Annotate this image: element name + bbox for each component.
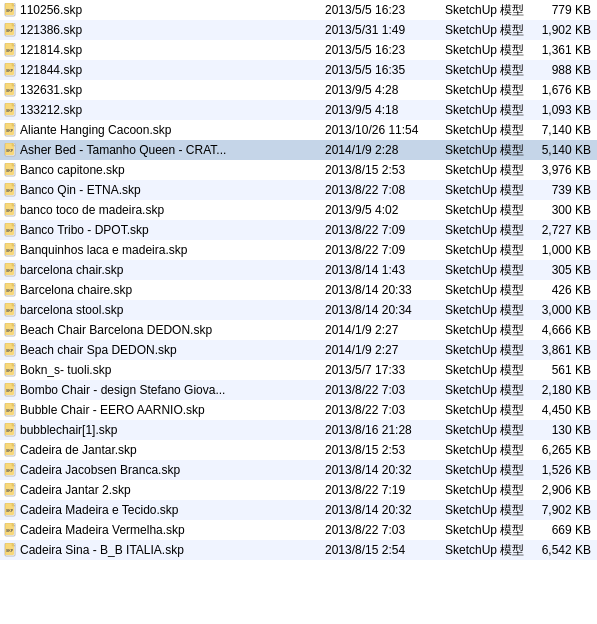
file-date: 2013/9/5 4:28 bbox=[325, 83, 445, 97]
file-date: 2013/8/22 7:19 bbox=[325, 483, 445, 497]
table-row[interactable]: SKP Cadeira de Jantar.skp2013/8/15 2:53S… bbox=[0, 440, 597, 460]
file-size: 779 KB bbox=[530, 3, 595, 17]
file-size: 4,666 KB bbox=[530, 323, 595, 337]
file-size: 2,727 KB bbox=[530, 223, 595, 237]
file-icon: SKP bbox=[2, 363, 20, 377]
table-row[interactable]: SKP Banco capitone.skp2013/8/15 2:53Sket… bbox=[0, 160, 597, 180]
file-name: barcelona stool.skp bbox=[20, 303, 325, 317]
svg-text:SKP: SKP bbox=[6, 189, 14, 193]
file-name: Banco Tribo - DPOT.skp bbox=[20, 223, 325, 237]
table-row[interactable]: SKP 121386.skp2013/5/31 1:49SketchUp 模型1… bbox=[0, 20, 597, 40]
svg-text:SKP: SKP bbox=[6, 109, 14, 113]
file-date: 2014/1/9 2:27 bbox=[325, 343, 445, 357]
file-icon: SKP bbox=[2, 543, 20, 557]
svg-text:SKP: SKP bbox=[6, 209, 14, 213]
table-row[interactable]: SKP Bokn_s- tuoli.skp2013/5/7 17:33Sketc… bbox=[0, 360, 597, 380]
table-row[interactable]: SKP Beach chair Spa DEDON.skp2014/1/9 2:… bbox=[0, 340, 597, 360]
file-date: 2013/8/15 2:53 bbox=[325, 443, 445, 457]
file-date: 2013/5/5 16:35 bbox=[325, 63, 445, 77]
table-row[interactable]: SKP bubblechair[1].skp2013/8/16 21:28Ske… bbox=[0, 420, 597, 440]
file-type: SketchUp 模型 bbox=[445, 282, 530, 299]
table-row[interactable]: SKP Banquinhos laca e madeira.skp2013/8/… bbox=[0, 240, 597, 260]
file-type: SketchUp 模型 bbox=[445, 462, 530, 479]
file-icon: SKP bbox=[2, 23, 20, 37]
file-name: 121814.skp bbox=[20, 43, 325, 57]
file-size: 988 KB bbox=[530, 63, 595, 77]
file-type: SketchUp 模型 bbox=[445, 2, 530, 19]
table-row[interactable]: SKP 121814.skp2013/5/5 16:23SketchUp 模型1… bbox=[0, 40, 597, 60]
table-row[interactable]: SKP Cadeira Jantar 2.skp2013/8/22 7:19Sk… bbox=[0, 480, 597, 500]
table-row[interactable]: SKP Bombo Chair - design Stefano Giova..… bbox=[0, 380, 597, 400]
svg-text:SKP: SKP bbox=[6, 349, 14, 353]
table-row[interactable]: SKP 110256.skp2013/5/5 16:23SketchUp 模型7… bbox=[0, 0, 597, 20]
table-row[interactable]: SKP Cadeira Madeira e Tecido.skp2013/8/1… bbox=[0, 500, 597, 520]
table-row[interactable]: SKP Cadeira Madeira Vermelha.skp2013/8/2… bbox=[0, 520, 597, 540]
file-name: Banco capitone.skp bbox=[20, 163, 325, 177]
file-date: 2013/8/22 7:03 bbox=[325, 403, 445, 417]
file-icon: SKP bbox=[2, 223, 20, 237]
file-name: Cadeira Jacobsen Branca.skp bbox=[20, 463, 325, 477]
file-size: 4,450 KB bbox=[530, 403, 595, 417]
table-row[interactable]: SKP barcelona stool.skp2013/8/14 20:34Sk… bbox=[0, 300, 597, 320]
file-list: SKP 110256.skp2013/5/5 16:23SketchUp 模型7… bbox=[0, 0, 597, 560]
file-size: 2,906 KB bbox=[530, 483, 595, 497]
file-date: 2013/8/15 2:53 bbox=[325, 163, 445, 177]
file-type: SketchUp 模型 bbox=[445, 242, 530, 259]
file-icon: SKP bbox=[2, 303, 20, 317]
svg-text:SKP: SKP bbox=[6, 409, 14, 413]
file-name: Bokn_s- tuoli.skp bbox=[20, 363, 325, 377]
file-name: Beach chair Spa DEDON.skp bbox=[20, 343, 325, 357]
file-icon: SKP bbox=[2, 163, 20, 177]
file-name: Bombo Chair - design Stefano Giova... bbox=[20, 383, 325, 397]
file-date: 2013/5/7 17:33 bbox=[325, 363, 445, 377]
svg-text:SKP: SKP bbox=[6, 489, 14, 493]
table-row[interactable]: SKP barcelona chair.skp2013/8/14 1:43Ske… bbox=[0, 260, 597, 280]
table-row[interactable]: SKP 133212.skp2013/9/5 4:18SketchUp 模型1,… bbox=[0, 100, 597, 120]
svg-text:SKP: SKP bbox=[6, 509, 14, 513]
file-date: 2013/5/31 1:49 bbox=[325, 23, 445, 37]
table-row[interactable]: SKP Bubble Chair - EERO AARNIO.skp2013/8… bbox=[0, 400, 597, 420]
file-size: 1,526 KB bbox=[530, 463, 595, 477]
table-row[interactable]: SKP Barcelona chaire.skp2013/8/14 20:33S… bbox=[0, 280, 597, 300]
file-date: 2013/8/15 2:54 bbox=[325, 543, 445, 557]
file-name: Aliante Hanging Cacoon.skp bbox=[20, 123, 325, 137]
file-name: bubblechair[1].skp bbox=[20, 423, 325, 437]
file-type: SketchUp 模型 bbox=[445, 482, 530, 499]
svg-text:SKP: SKP bbox=[6, 149, 14, 153]
file-name: Bubble Chair - EERO AARNIO.skp bbox=[20, 403, 325, 417]
table-row[interactable]: SKP Banco Tribo - DPOT.skp2013/8/22 7:09… bbox=[0, 220, 597, 240]
table-row[interactable]: SKP Banco Qin - ETNA.skp2013/8/22 7:08Sk… bbox=[0, 180, 597, 200]
file-type: SketchUp 模型 bbox=[445, 542, 530, 559]
file-icon: SKP bbox=[2, 143, 20, 157]
file-type: SketchUp 模型 bbox=[445, 42, 530, 59]
file-date: 2013/8/16 21:28 bbox=[325, 423, 445, 437]
file-date: 2013/8/14 20:32 bbox=[325, 503, 445, 517]
file-name: barcelona chair.skp bbox=[20, 263, 325, 277]
file-type: SketchUp 模型 bbox=[445, 302, 530, 319]
svg-text:SKP: SKP bbox=[6, 549, 14, 553]
table-row[interactable]: SKP 121844.skp2013/5/5 16:35SketchUp 模型9… bbox=[0, 60, 597, 80]
table-row[interactable]: SKP Aliante Hanging Cacoon.skp2013/10/26… bbox=[0, 120, 597, 140]
table-row[interactable]: SKP 132631.skp2013/9/5 4:28SketchUp 模型1,… bbox=[0, 80, 597, 100]
file-name: Cadeira de Jantar.skp bbox=[20, 443, 325, 457]
table-row[interactable]: SKP Beach Chair Barcelona DEDON.skp2014/… bbox=[0, 320, 597, 340]
table-row[interactable]: SKP banco toco de madeira.skp2013/9/5 4:… bbox=[0, 200, 597, 220]
table-row[interactable]: SKP Cadeira Sina - B_B ITALIA.skp2013/8/… bbox=[0, 540, 597, 560]
file-icon: SKP bbox=[2, 103, 20, 117]
svg-text:SKP: SKP bbox=[6, 249, 14, 253]
file-size: 3,000 KB bbox=[530, 303, 595, 317]
svg-text:SKP: SKP bbox=[6, 449, 14, 453]
file-size: 1,676 KB bbox=[530, 83, 595, 97]
file-name: 132631.skp bbox=[20, 83, 325, 97]
table-row[interactable]: SKP Asher Bed - Tamanho Queen - CRAT...2… bbox=[0, 140, 597, 160]
file-icon: SKP bbox=[2, 203, 20, 217]
file-icon: SKP bbox=[2, 3, 20, 17]
file-type: SketchUp 模型 bbox=[445, 102, 530, 119]
file-size: 3,976 KB bbox=[530, 163, 595, 177]
table-row[interactable]: SKP Cadeira Jacobsen Branca.skp2013/8/14… bbox=[0, 460, 597, 480]
file-size: 7,140 KB bbox=[530, 123, 595, 137]
file-type: SketchUp 模型 bbox=[445, 22, 530, 39]
svg-text:SKP: SKP bbox=[6, 69, 14, 73]
file-type: SketchUp 模型 bbox=[445, 122, 530, 139]
file-type: SketchUp 模型 bbox=[445, 62, 530, 79]
